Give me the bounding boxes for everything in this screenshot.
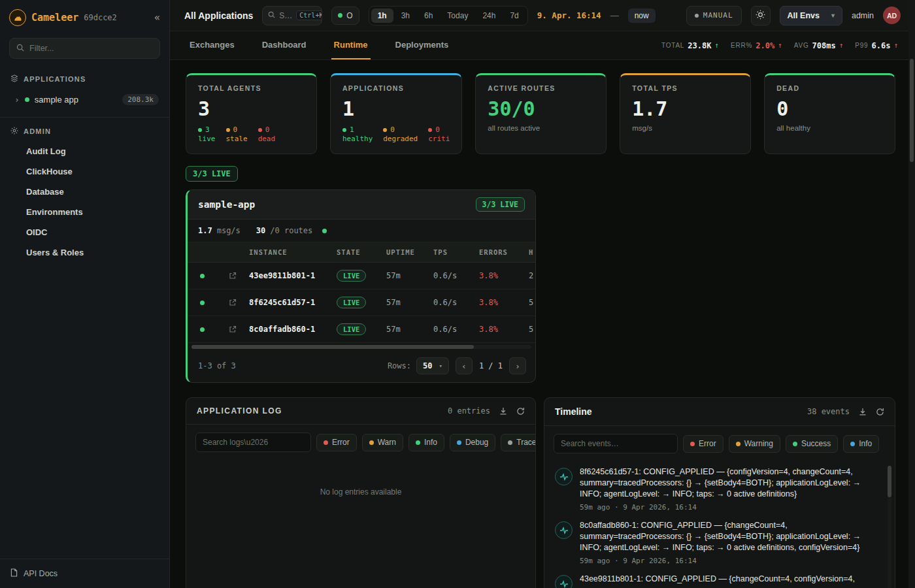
topbar: All Applications S… Ctrl+K O 1h 3h 6h To… [170, 0, 915, 31]
instance-id: 8f6245c61d57-1 [249, 298, 337, 307]
external-link-icon[interactable] [216, 325, 249, 333]
filter-chip-warn[interactable]: Warn [362, 434, 403, 451]
sidebar-item-audit-log[interactable]: Audit Log [0, 141, 169, 161]
external-link-icon[interactable] [216, 299, 249, 306]
now-button[interactable]: now [628, 8, 656, 23]
timeline-scrollbar[interactable] [888, 465, 891, 588]
sun-icon [756, 10, 765, 22]
filter-chip-info[interactable]: Info [843, 435, 879, 453]
timeline-panel: Timeline 38 events [544, 397, 895, 588]
app-name: sample-app [198, 199, 255, 210]
filter-chip-trace[interactable]: Trace [501, 434, 536, 451]
log-search-input[interactable] [195, 433, 311, 452]
environment-select[interactable]: All Envs ▾ [780, 6, 842, 25]
document-icon [10, 568, 18, 579]
range-24h[interactable]: 24h [476, 8, 502, 23]
tab-dashboard[interactable]: Dashboard [259, 31, 309, 59]
tab-exchanges[interactable]: Exchanges [187, 31, 237, 59]
range-6h[interactable]: 6h [418, 8, 439, 23]
event-time: 59m ago · 9 Apr 2026, 16:14 [580, 557, 879, 565]
list-item[interactable]: 8c0affadb860-1: CONFIG_APPLIED — {change… [555, 520, 879, 565]
bottom-panels: APPLICATION LOG 0 entries [186, 397, 895, 588]
online-status-chip[interactable]: O [331, 7, 359, 25]
prev-page-button[interactable]: ‹ [456, 357, 473, 374]
sidebar-item-oidc[interactable]: OIDC [0, 222, 169, 242]
state-badge: LIVE [337, 297, 366, 308]
avatar[interactable]: AD [883, 7, 901, 24]
list-item[interactable]: 8f6245c61d57-1: CONFIG_APPLIED — {config… [555, 466, 879, 512]
time-range-group: 1h 3h 6h Today 24h 7d [369, 6, 528, 25]
download-icon[interactable] [499, 407, 507, 415]
tps: 0.6/s [433, 325, 479, 334]
refresh-icon[interactable] [876, 408, 884, 416]
range-7d[interactable]: 7d [503, 8, 525, 23]
sidebar-item-sample-app[interactable]: › sample app 208.3k [0, 89, 169, 110]
tab-deployments[interactable]: Deployments [393, 31, 452, 59]
event-text: 8c0affadb860-1: CONFIG_APPLIED — {change… [580, 520, 879, 553]
header-stats: TOTAL 23.8K ↑ ERR% 2.0% ↑ AVG 708ms ↑ P9… [661, 31, 898, 59]
download-icon[interactable] [859, 408, 867, 416]
online-dot [338, 13, 342, 18]
username-label: admin [852, 11, 874, 20]
current-datetime[interactable]: 9. Apr. 16:14 [537, 10, 601, 20]
manual-label: MANUAL [703, 11, 733, 20]
range-1h[interactable]: 1h [371, 8, 393, 23]
sidebar-item-users-roles[interactable]: Users & Roles [0, 242, 169, 263]
main-scrollbar[interactable] [908, 0, 915, 588]
stat-p99: P99 6.6s ↑ [855, 41, 898, 50]
instance-status-dot [200, 274, 205, 278]
sidebar-item-environments[interactable]: Environments [0, 202, 169, 222]
table-horizontal-scrollbar[interactable] [191, 345, 531, 349]
filter-chip-info[interactable]: Info [408, 434, 444, 451]
stat-err: ERR% 2.0% ↑ [731, 41, 782, 50]
activity-icon [555, 521, 573, 539]
card-label: ACTIVE ROUTES [488, 84, 594, 92]
api-docs-link[interactable]: API Docs [0, 559, 169, 588]
page-title: All Applications [184, 10, 253, 21]
uptime: 57m [386, 298, 433, 307]
instance-id: 43ee9811b801-1 [249, 271, 337, 280]
tab-runtime[interactable]: Runtime [331, 31, 371, 59]
filter-chip-success[interactable]: Success [786, 435, 838, 453]
errors: 3.8% [479, 298, 529, 307]
filter-chip-debug[interactable]: Debug [450, 434, 495, 451]
stat-card-total-agents: TOTAL AGENTS 3 3 live 0 stale 0 [186, 73, 317, 154]
stat-total-value: 23.8K [688, 41, 711, 50]
timeline-search-input[interactable] [554, 434, 678, 453]
range-today[interactable]: Today [441, 8, 474, 23]
sidebar-item-database[interactable]: Database [0, 182, 169, 202]
sidebar-collapse-button[interactable]: « [154, 12, 160, 24]
sample-app-label: sample app [35, 95, 78, 105]
sidebar-filter-input[interactable] [29, 44, 153, 53]
sub-stale: 0 stale [226, 125, 248, 144]
rows-per-page-select[interactable]: 50 ▾ [416, 357, 449, 374]
range-3h[interactable]: 3h [395, 8, 416, 23]
table-footer: 1-3 of 3 Rows: 50 ▾ ‹ 1 / 1 › [188, 351, 535, 382]
manual-mode-button[interactable]: MANUAL [686, 6, 742, 25]
uptime: 57m [386, 271, 433, 280]
global-search-button[interactable]: S… Ctrl+K [262, 6, 322, 25]
search-shortcut: Ctrl+K [296, 10, 322, 20]
next-page-button[interactable]: › [509, 357, 526, 374]
theme-toggle-button[interactable] [751, 6, 771, 25]
chevron-down-icon: ▾ [831, 12, 835, 19]
divider [0, 117, 169, 118]
table-row[interactable]: 8f6245c61d57-1 LIVE 57m 0.6/s 3.8% 5 [188, 289, 535, 316]
filter-chip-error[interactable]: Error [683, 435, 724, 453]
external-link-icon[interactable] [216, 272, 249, 280]
table-row[interactable]: 8c0affadb860-1 LIVE 57m 0.6/s 3.8% 5 [188, 316, 535, 343]
refresh-icon[interactable] [516, 407, 525, 416]
state-badge: LIVE [337, 270, 366, 282]
errors: 3.8% [479, 325, 529, 334]
card-label: TOTAL TPS [632, 84, 739, 92]
filter-chip-warning[interactable]: Warning [729, 435, 780, 453]
sidebar-item-clickhouse[interactable]: ClickHouse [0, 161, 169, 182]
list-item[interactable]: 43ee9811b801-1: CONFIG_APPLIED — {change… [555, 574, 879, 588]
status-dot-green [322, 229, 327, 233]
stat-card-total-tps: TOTAL TPS 1.7 msg/s [620, 73, 751, 154]
filter-chip-error[interactable]: Error [316, 434, 357, 451]
chevron-right-icon[interactable]: › [14, 95, 20, 105]
stat-card-dead: DEAD 0 all healthy [764, 73, 895, 154]
table-row[interactable]: 43ee9811b801-1 LIVE 57m 0.6/s 3.8% 2 [188, 263, 535, 289]
content: TOTAL AGENTS 3 3 live 0 stale 0 [170, 60, 915, 588]
